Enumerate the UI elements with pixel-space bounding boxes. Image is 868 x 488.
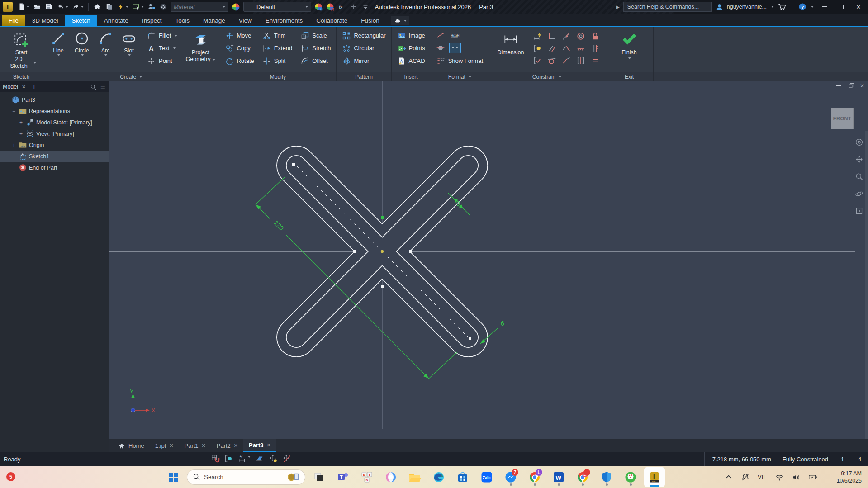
ribbon-tab-fusion[interactable]: Fusion — [354, 15, 386, 26]
scale-button[interactable]: Scale — [299, 30, 332, 41]
fusion-cloud-button[interactable] — [391, 16, 409, 25]
ribbon-tab-inspect[interactable]: Inspect — [135, 15, 169, 26]
screen-select-button[interactable] — [131, 1, 145, 12]
color-wheel-add-button[interactable] — [313, 1, 324, 12]
document-tab-part3[interactable]: Part3✕ — [243, 439, 276, 452]
viewcube[interactable]: FRONT — [831, 108, 854, 129]
tree-item-view-primary-[interactable]: +View: [Primary] — [0, 128, 109, 139]
acad-button[interactable]: ACAD — [395, 55, 427, 66]
taskbar-icon-word[interactable]: W — [548, 468, 569, 486]
nav-orbit-button[interactable] — [855, 190, 863, 200]
point-button[interactable]: Point — [145, 55, 179, 66]
taskbar-search[interactable]: Search — [187, 469, 305, 485]
dimension-radius[interactable]: 6 — [501, 320, 504, 327]
con-smooth-button[interactable] — [560, 55, 572, 66]
doc-restore-icon[interactable] — [849, 84, 853, 88]
tree-item-origin[interactable]: +Origin — [0, 139, 109, 151]
panel-expand-arrow-icon[interactable]: ▶ — [616, 5, 620, 9]
doc-close-icon[interactable]: ✕ — [860, 83, 864, 89]
points-button[interactable]: Points — [395, 43, 427, 54]
extend-button[interactable]: Extend — [261, 43, 294, 54]
text-button[interactable]: AText — [145, 43, 179, 54]
open-file-button[interactable] — [32, 1, 43, 12]
panel-label-constrain[interactable]: Constrain — [489, 72, 605, 81]
battery-icon[interactable] — [808, 473, 817, 482]
tree-item-end-of-part[interactable]: End of Part — [0, 162, 109, 173]
circular-button[interactable]: Circular — [340, 43, 387, 54]
panel-label-exit[interactable]: Exit — [605, 72, 653, 81]
st-slice-button[interactable] — [255, 454, 264, 464]
taskbar-icon-coccoc[interactable] — [620, 468, 641, 486]
stretch-button[interactable]: Stretch — [299, 43, 332, 54]
graphics-canvas[interactable]: 120 9 6 Y X — [109, 81, 868, 452]
add-plus-button[interactable] — [348, 1, 359, 12]
con-parallel-button[interactable] — [546, 43, 558, 54]
fillet-button[interactable]: Fillet — [145, 30, 179, 41]
panel-label-pattern[interactable]: Pattern — [337, 72, 391, 81]
taskbar-icon-copilot[interactable] — [380, 468, 401, 486]
ribbon-tab-manage[interactable]: Manage — [196, 15, 232, 26]
slot-button[interactable]: Slot — [117, 30, 141, 56]
con-equal-button[interactable] — [589, 55, 601, 66]
panel-label-insert[interactable]: Insert — [392, 72, 431, 81]
st-infer-button[interactable] — [224, 454, 233, 464]
fmt-centerline-button[interactable] — [435, 43, 446, 53]
nav-pan-button[interactable] — [855, 155, 863, 166]
document-tab-1-ipt[interactable]: 1.ipt✕ — [150, 439, 179, 452]
minus-expander-icon[interactable]: − — [11, 108, 17, 114]
close-tab-icon[interactable]: ✕ — [234, 443, 238, 449]
notification-badge[interactable]: 5 — [6, 472, 15, 481]
plus-expander-icon[interactable]: + — [18, 119, 24, 126]
document-tab-home[interactable]: Home — [113, 439, 150, 452]
tree-item-sketch1[interactable]: Sketch1 — [0, 151, 109, 162]
browser-tab-close-icon[interactable]: ✕ — [22, 84, 26, 90]
search-icon[interactable] — [90, 84, 97, 90]
image-button[interactable]: Image — [395, 30, 427, 41]
st-dimdisplay-button[interactable]: +/- — [238, 454, 251, 464]
taskbar-icon-store[interactable] — [452, 468, 473, 486]
doc-minimize-icon[interactable] — [836, 85, 841, 86]
taskbar-clock[interactable]: 9:17 AM 10/6/2025 — [836, 466, 862, 488]
panel-label-create[interactable]: Create — [43, 72, 219, 81]
st-snap-button[interactable] — [211, 454, 220, 464]
nav-wheel-button[interactable] — [855, 138, 863, 148]
browser-tab-model[interactable]: Model — [3, 84, 18, 90]
panel-label-format[interactable]: Format — [431, 72, 489, 81]
con-collinear-button[interactable] — [560, 43, 572, 54]
con-tangent-button[interactable] — [546, 55, 558, 66]
circle-button[interactable]: Circle — [70, 30, 94, 56]
panel-label-modify[interactable]: Modify — [219, 72, 336, 81]
appearance-dropdown[interactable]: Default — [243, 2, 311, 12]
rotate-button[interactable]: Rotate — [223, 55, 256, 66]
start-button[interactable] — [163, 468, 184, 486]
browser-menu-icon[interactable]: ☰ — [100, 84, 106, 90]
ribbon-tab-view[interactable]: View — [232, 15, 259, 26]
plus-expander-icon[interactable]: + — [11, 142, 17, 148]
menu-down-button[interactable] — [360, 1, 371, 12]
minimize-button[interactable] — [817, 1, 831, 13]
cart-icon[interactable] — [778, 3, 786, 11]
mirror-button[interactable]: Mirror — [340, 55, 387, 66]
color-wheel-icon[interactable] — [230, 1, 242, 12]
home-button[interactable] — [92, 1, 103, 12]
con-vertical-button[interactable] — [589, 43, 601, 54]
con-show-button[interactable] — [531, 43, 543, 54]
close-tab-icon[interactable]: ✕ — [169, 443, 173, 449]
document-tab-part1[interactable]: Part1✕ — [179, 439, 211, 452]
new-file-button[interactable] — [16, 1, 31, 12]
film-wheel-button[interactable] — [158, 1, 169, 12]
chevron-down-icon[interactable] — [811, 6, 814, 8]
con-autodim-button[interactable] — [531, 31, 543, 42]
con-coincident-button[interactable] — [560, 31, 572, 42]
volume-icon[interactable] — [792, 473, 801, 482]
fmt-linestyle-button[interactable] — [435, 30, 446, 41]
st-persist-button[interactable] — [269, 454, 278, 464]
close-tab-icon[interactable]: ✕ — [202, 443, 206, 449]
taskbar-icon-chrome-r[interactable] — [572, 468, 593, 486]
center-point[interactable] — [381, 250, 384, 253]
copy-button[interactable]: Copy — [223, 43, 256, 54]
person-box-button[interactable] — [146, 1, 157, 12]
tree-item-part3[interactable]: Part3 — [0, 94, 109, 105]
ribbon-tab-collaborate[interactable]: Collaborate — [309, 15, 354, 26]
taskbar-icon-edge[interactable] — [428, 468, 449, 486]
